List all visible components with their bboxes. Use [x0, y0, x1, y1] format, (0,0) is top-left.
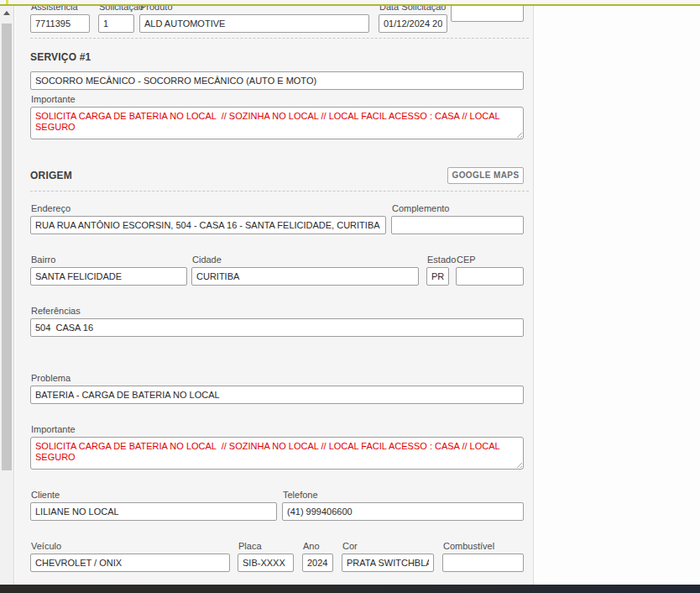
combustivel-input[interactable]: [442, 554, 524, 572]
estado-input[interactable]: [426, 267, 449, 286]
servico-importante-label: Importante: [31, 94, 524, 105]
bairro-input[interactable]: [30, 267, 187, 286]
complemento-input[interactable]: [391, 216, 524, 234]
ano-input[interactable]: [302, 554, 333, 572]
ano-field: Ano: [302, 541, 333, 572]
service-order-window: Assistência Solicitação Produto Data Sol…: [0, 0, 700, 593]
cidade-field: Cidade: [191, 255, 419, 286]
cep-label: CEP: [457, 255, 524, 265]
extra-input[interactable]: [451, 3, 524, 22]
cor-input[interactable]: [342, 554, 434, 572]
telefone-input[interactable]: [282, 502, 524, 521]
data-solicitacao-field: Data Solicitação: [379, 2, 447, 33]
google-maps-button[interactable]: GOOGLE MAPS: [447, 167, 524, 184]
problema-label: Problema: [31, 373, 524, 384]
scrollbar-up-button[interactable]: [0, 6, 13, 20]
bairro-label: Bairro: [31, 255, 187, 265]
separator: [30, 191, 529, 192]
veiculo-field: Veículo: [30, 541, 230, 572]
endereco-field: Endereço: [30, 203, 386, 234]
bottom-taskbar: [0, 585, 700, 593]
referencias-label: Referências: [31, 306, 524, 317]
endereco-label: Endereço: [31, 203, 386, 214]
origem-importante-label: Importante: [31, 424, 524, 435]
cor-field: Cor: [342, 541, 434, 572]
accent-line: [0, 4, 700, 6]
cep-field: CEP: [456, 255, 524, 286]
servico-heading: SERVIÇO #1: [30, 51, 91, 63]
origem-importante-textarea[interactable]: SOLICITA CARGA DE BATERIA NO LOCAL // SO…: [30, 437, 524, 470]
servico-importante-textarea[interactable]: SOLICITA CARGA DE BATERIA NO LOCAL // SO…: [30, 107, 524, 139]
ano-label: Ano: [303, 541, 333, 552]
origem-heading: ORIGEM: [30, 170, 72, 181]
telefone-label: Telefone: [283, 490, 524, 501]
origem-importante-field: Importante SOLICITA CARGA DE BATERIA NO …: [30, 424, 524, 470]
cidade-label: Cidade: [192, 255, 419, 265]
cliente-input[interactable]: [30, 502, 277, 521]
assistencia-field: Assistência: [30, 2, 90, 33]
problema-input[interactable]: [30, 386, 524, 404]
veiculo-label: Veículo: [31, 541, 230, 552]
referencias-input[interactable]: [30, 318, 524, 337]
combustivel-label: Combustível: [443, 541, 524, 552]
endereco-input[interactable]: [30, 216, 386, 234]
placa-input[interactable]: [238, 554, 294, 572]
produto-field: Produto: [139, 2, 369, 33]
separator: [30, 38, 529, 39]
servico-tipo-field: [30, 71, 524, 90]
cep-input[interactable]: [456, 267, 524, 286]
telefone-field: Telefone: [282, 490, 524, 521]
placa-field: Placa: [238, 541, 294, 572]
arrow-up-icon: [3, 11, 10, 15]
combustivel-field: Combustível: [442, 541, 524, 572]
bairro-field: Bairro: [30, 255, 187, 286]
complemento-field: Complemento: [391, 203, 524, 234]
cliente-field: Cliente: [30, 490, 277, 521]
solicitacao-input[interactable]: [98, 14, 134, 33]
assistencia-input[interactable]: [30, 14, 90, 33]
scrollbar-thumb[interactable]: [2, 24, 12, 470]
cliente-label: Cliente: [31, 490, 277, 501]
data-solicitacao-input[interactable]: [379, 14, 447, 33]
produto-input[interactable]: [139, 14, 369, 33]
estado-label: Estado: [427, 255, 449, 265]
problema-field: Problema: [30, 373, 524, 404]
veiculo-input[interactable]: [30, 554, 230, 572]
solicitacao-field: Solicitação: [98, 2, 134, 33]
complemento-label: Complemento: [392, 203, 524, 214]
cor-label: Cor: [342, 541, 434, 552]
referencias-field: Referências: [30, 306, 524, 337]
cidade-input[interactable]: [191, 267, 419, 286]
servico-tipo-input[interactable]: [30, 71, 524, 90]
vertical-scrollbar[interactable]: [0, 6, 14, 585]
accent-tick: [6, 0, 8, 4]
placa-label: Placa: [238, 541, 294, 552]
servico-importante-field: Importante SOLICITA CARGA DE BATERIA NO …: [30, 94, 524, 139]
estado-field: Estado: [426, 255, 449, 286]
